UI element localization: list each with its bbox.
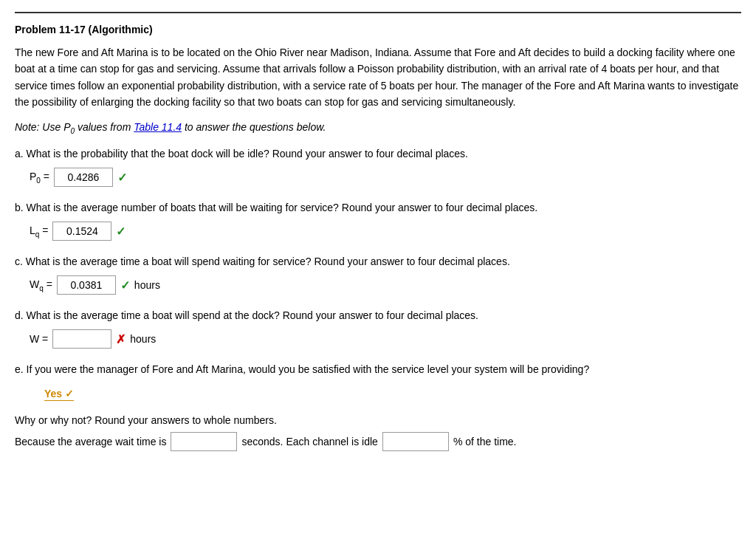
question-b-answer-row: Lq = ✓ [30,222,741,241]
question-why-block: Why or why not? Round your answers to wh… [15,414,741,451]
question-d-x-icon: ✗ [116,332,126,346]
question-d-label: d. What is the average time a boat will … [15,308,741,323]
question-b-block: b. What is the average number of boats t… [15,200,741,241]
question-e-answer-row: Yes ✓ [30,383,741,401]
top-divider [15,12,741,13]
problem-title: Problem 11-17 (Algorithmic) [15,24,741,35]
question-a-input[interactable] [54,168,113,187]
why-label: Why or why not? Round your answers to wh… [15,414,741,426]
question-e-label: e. If you were the manager of Fore and A… [15,362,741,377]
question-c-var: Wq = [30,278,52,292]
table-link[interactable]: Table 11.4 [134,121,182,133]
because-input-2[interactable] [382,432,449,451]
question-a-check-icon: ✓ [117,171,127,185]
because-input-1[interactable] [171,432,237,451]
question-a-answer-row: P0 = ✓ [30,168,741,187]
question-c-input[interactable] [57,275,116,295]
question-d-answer-row: W = ✗ hours [30,329,741,349]
note-label: Note: [15,121,39,133]
question-d-var: W = [30,333,48,345]
question-d-block: d. What is the average time a boat will … [15,308,741,349]
question-c-check-icon: ✓ [120,278,130,292]
because-unit1: seconds. Each channel is idle [241,436,377,447]
question-d-unit: hours [130,333,156,345]
question-b-check-icon: ✓ [116,224,126,239]
problem-text: The new Fore and Aft Marina is to be loc… [15,44,741,111]
question-b-label: b. What is the average number of boats t… [15,200,741,216]
question-a-label: a. What is the probability that the boat… [15,146,741,162]
question-a-block: a. What is the probability that the boat… [15,146,741,187]
question-c-unit: hours [134,279,160,291]
question-b-var: Lq = [30,224,48,239]
question-e-block: e. If you were the manager of Fore and A… [15,362,741,401]
note-text: Note: Use P0 values from Table 11.4 to a… [15,121,741,135]
question-c-label: c. What is the average time a boat will … [15,254,741,270]
question-a-var: P0 = [30,171,49,185]
question-d-input[interactable] [52,329,111,349]
question-e-yes: Yes ✓ [44,388,74,401]
question-b-input[interactable] [52,222,111,241]
because-prefix: Because the average wait time is [15,436,166,447]
question-c-block: c. What is the average time a boat will … [15,254,741,295]
question-c-answer-row: Wq = ✓ hours [30,275,741,295]
because-row: Because the average wait time is seconds… [15,432,741,451]
because-unit2: % of the time. [453,436,517,447]
